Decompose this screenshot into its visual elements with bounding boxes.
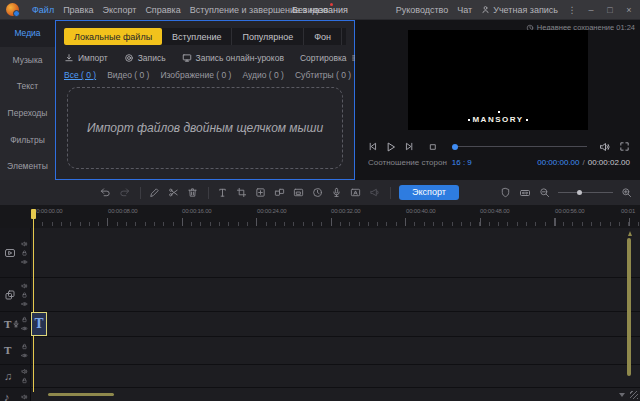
- zoom-clip-button[interactable]: [255, 187, 266, 198]
- timeline-ruler[interactable]: 00:00:00.00 00:00:08.00 00:00:16.00 00:0…: [0, 205, 640, 228]
- maximize-button[interactable]: □: [605, 5, 615, 15]
- more-menu-button[interactable]: ⋮: [567, 5, 577, 15]
- tab-intro[interactable]: Вступление: [162, 28, 232, 45]
- filter-all[interactable]: Все ( 0 ): [64, 70, 96, 80]
- music-track[interactable]: ♫: [0, 365, 640, 388]
- filter-video[interactable]: Видео ( 0 ): [107, 70, 149, 80]
- mute-speaker-icon[interactable]: [21, 394, 28, 401]
- sidebar-item-music[interactable]: Музыка: [0, 47, 55, 74]
- lock-icon[interactable]: [21, 377, 28, 384]
- tab-background[interactable]: Фон: [304, 28, 342, 45]
- tab-popular[interactable]: Популярное: [232, 28, 304, 45]
- import-button[interactable]: Импорт: [64, 53, 108, 63]
- playhead-line[interactable]: [33, 209, 34, 392]
- fullscreen-icon[interactable]: [619, 141, 630, 152]
- lock-icon[interactable]: [21, 343, 28, 350]
- text-track[interactable]: T: [0, 337, 640, 365]
- visibility-eye-icon[interactable]: [21, 325, 28, 332]
- menu-help[interactable]: Справка: [145, 5, 180, 15]
- horizontal-scrollbar[interactable]: [48, 393, 114, 396]
- playback-slider[interactable]: [452, 146, 587, 147]
- sidebar-item-elements[interactable]: Элементы: [0, 153, 55, 180]
- selected-text-clip[interactable]: T: [31, 312, 47, 336]
- zoom-out-button[interactable]: [539, 187, 550, 198]
- text-tool-button[interactable]: [217, 187, 228, 198]
- account-button[interactable]: Учетная запись: [481, 5, 558, 15]
- crop-button[interactable]: [236, 187, 247, 198]
- filter-subtitles[interactable]: Субтитры ( 0 ): [295, 70, 351, 80]
- visibility-eye-icon[interactable]: [21, 300, 28, 307]
- voiceover-button[interactable]: [331, 187, 342, 198]
- mute-speaker-icon[interactable]: [21, 282, 28, 289]
- text-handle-left[interactable]: [468, 119, 470, 121]
- guide-link[interactable]: Руководство: [396, 5, 449, 15]
- media-panel: Локальные файлы Вступление Популярное Фо…: [55, 20, 355, 180]
- announce-button[interactable]: [369, 187, 380, 198]
- text-rotate-handle[interactable]: [498, 111, 500, 113]
- sidebar-item-transitions[interactable]: Переходы: [0, 100, 55, 127]
- redo-button[interactable]: [119, 187, 130, 198]
- aspect-ratio-value[interactable]: 16 : 9: [452, 158, 472, 167]
- menu-file[interactable]: Файл: [32, 5, 54, 15]
- split-button[interactable]: [168, 187, 179, 198]
- zoom-in-button[interactable]: [621, 187, 632, 198]
- preview-panel: Недавнее сохранение 01:24 MANSORY Соотно…: [355, 20, 640, 180]
- resize-grip[interactable]: [630, 391, 638, 399]
- tab-local-files[interactable]: Локальные файлы: [64, 28, 162, 45]
- record-button[interactable]: Запись: [124, 53, 166, 63]
- previous-frame-button[interactable]: [367, 141, 378, 152]
- menu-edit[interactable]: Правка: [63, 5, 93, 15]
- video-preview[interactable]: MANSORY: [408, 30, 588, 130]
- video-track[interactable]: [0, 228, 640, 278]
- freeze-frame-button[interactable]: [293, 187, 304, 198]
- filter-audio[interactable]: Аудио ( 0 ): [242, 70, 283, 80]
- ruler-label: 00:00:40.00: [406, 208, 436, 214]
- visibility-eye-icon[interactable]: [21, 258, 28, 265]
- lock-icon[interactable]: [21, 291, 28, 298]
- mute-speaker-icon[interactable]: [21, 368, 28, 375]
- sidebar-item-text[interactable]: Текст: [0, 73, 55, 100]
- mute-speaker-icon[interactable]: [21, 240, 28, 247]
- overlay-track[interactable]: [0, 278, 640, 312]
- toolbar-separator: [140, 187, 141, 199]
- export-button[interactable]: Экспорт: [399, 185, 459, 200]
- minimize-button[interactable]: –: [586, 5, 596, 15]
- visibility-eye-icon[interactable]: [21, 352, 28, 359]
- undo-button[interactable]: [100, 187, 111, 198]
- edit-button[interactable]: [149, 187, 160, 198]
- play-button[interactable]: [385, 141, 397, 153]
- chat-link[interactable]: Чат: [457, 5, 472, 15]
- sidebar-item-filters[interactable]: Фильтры: [0, 126, 55, 153]
- text-overlay[interactable]: MANSORY: [408, 115, 588, 124]
- stop-button[interactable]: [428, 142, 438, 152]
- mosaic-button[interactable]: [274, 187, 285, 198]
- volume-icon[interactable]: [599, 141, 611, 153]
- duration-button[interactable]: [312, 187, 323, 198]
- import-label: Импорт: [78, 53, 108, 63]
- delete-button[interactable]: [187, 187, 198, 198]
- next-frame-button[interactable]: [404, 141, 415, 152]
- fit-timeline-button[interactable]: [519, 187, 531, 199]
- marker-button[interactable]: [500, 187, 511, 198]
- video-track-header: [0, 228, 31, 277]
- app-logo-icon[interactable]: [6, 3, 19, 16]
- scroll-down-arrow[interactable]: [619, 393, 625, 397]
- vertical-scrollbar-arrow[interactable]: [628, 231, 632, 236]
- lock-icon[interactable]: [21, 249, 28, 256]
- lock-icon[interactable]: [21, 316, 28, 323]
- close-button[interactable]: ×: [624, 5, 634, 15]
- sort-button[interactable]: Сортировка: [300, 53, 361, 63]
- text-voice-track[interactable]: T: [0, 312, 640, 337]
- filter-images[interactable]: Изображение ( 0 ): [160, 70, 231, 80]
- playback-slider-knob[interactable]: [452, 144, 458, 150]
- timeline-zoom-knob[interactable]: [577, 190, 582, 195]
- vertical-scrollbar[interactable]: [627, 238, 631, 376]
- text-handle-right[interactable]: [526, 119, 528, 121]
- timeline-zoom-slider[interactable]: [558, 192, 613, 193]
- audio-track-icon: ♪: [4, 391, 10, 401]
- subtitle-recognition-button[interactable]: [350, 187, 361, 198]
- menu-export[interactable]: Экспорт: [103, 5, 137, 15]
- sidebar-item-media[interactable]: Медиа: [0, 20, 55, 47]
- record-online-lessons-button[interactable]: Запись онлайн-уроков: [182, 53, 284, 63]
- import-dropzone[interactable]: Импорт файлов двойным щелчком мыши: [67, 87, 343, 169]
